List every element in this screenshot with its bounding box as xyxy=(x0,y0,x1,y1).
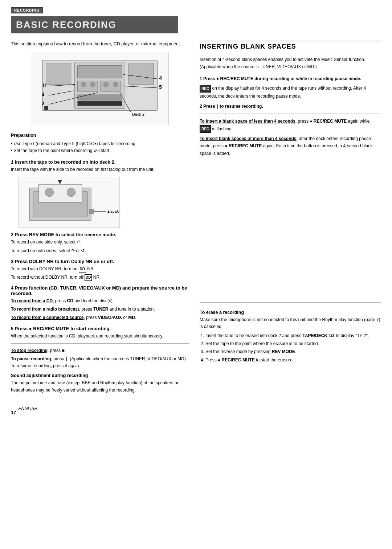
step-3-line2: To record without DOLBY NR, turn off DD … xyxy=(11,274,189,281)
right-step-1-heading: 1 Press ● REC/REC MUTE during recording … xyxy=(200,75,381,82)
intro-text: This section explains how to record from… xyxy=(11,41,189,48)
erase-step-1: Insert the tape to be erased into deck 2… xyxy=(205,332,381,339)
svg-rect-4 xyxy=(78,65,122,78)
svg-rect-2 xyxy=(128,63,154,84)
svg-rect-12 xyxy=(78,101,122,106)
step-4-line2: To record from a radio broadcast, press … xyxy=(11,306,189,313)
svg-text:3: 3 xyxy=(42,91,45,97)
svg-point-6 xyxy=(81,82,86,87)
erase-step-3: Set the reverse mode by pressing REV MOD… xyxy=(205,348,381,355)
english-label: ENGLISH xyxy=(18,406,37,411)
divider-1 xyxy=(11,343,189,344)
svg-point-10 xyxy=(113,82,118,87)
svg-text:II: II xyxy=(43,82,46,88)
svg-marker-31 xyxy=(58,180,62,184)
pause-recording-text: To pause recording, press ‖. (Applicable… xyxy=(11,356,189,369)
right-column: INSERTING BLANK SPACES Insertion of 4-se… xyxy=(200,41,381,395)
sound-adjustment-text: The output volume and tone (except BBE a… xyxy=(11,380,189,393)
svg-text:▲EJECT: ▲EJECT xyxy=(107,209,120,213)
svg-text:Deck 2: Deck 2 xyxy=(132,112,144,116)
step-3-line1: To record with DOLBY NR, turn on DD NR. xyxy=(11,266,189,273)
erase-section: To erase a recording Make sure the micro… xyxy=(200,302,381,364)
step-5-text: When the selected function is CD, playba… xyxy=(11,333,189,340)
erase-step-4: Press ● REC/REC MUTE to start the erasur… xyxy=(205,356,381,364)
page-number: 17 xyxy=(11,410,16,415)
recording-badge: RECORDING xyxy=(11,7,43,13)
svg-point-9 xyxy=(103,82,109,87)
preparation-section: Preparation • Use Type I (normal) and Ty… xyxy=(11,132,189,154)
divider-right-1 xyxy=(200,114,381,114)
step-2-line1: To record on one side only, select ↶. xyxy=(11,239,189,246)
svg-point-29 xyxy=(45,188,54,197)
eject-diagram: ▲EJECT xyxy=(18,177,120,228)
right-col-body: Insertion of 4-second blank spaces enabl… xyxy=(200,56,381,157)
erase-step-2: Set the tape to the point where the eras… xyxy=(205,340,381,347)
svg-text:2: 2 xyxy=(42,100,45,106)
left-column: This section explains how to record from… xyxy=(11,41,189,395)
svg-rect-25 xyxy=(45,106,48,110)
step-2-line2: To record on both sides, select ↷ or ↺. xyxy=(11,247,189,254)
prep-title: Preparation xyxy=(11,132,189,139)
step-2-heading: 2 Press REV MODE to select the reverse m… xyxy=(11,232,189,237)
more-than-note: To insert blank spaces of more than 4 se… xyxy=(200,135,381,157)
prep-bullet-1: • Use Type I (normal) and Type II (high/… xyxy=(11,140,189,147)
svg-text:5: 5 xyxy=(159,84,162,90)
svg-point-30 xyxy=(67,188,75,197)
step-4-heading: 4 Press function (CD, TUNER, VIDEO/AUX o… xyxy=(11,285,189,296)
step-4-line3: To record from a connected source, press… xyxy=(11,314,189,321)
svg-rect-11 xyxy=(78,95,122,100)
step-1-heading: 1 Insert the tape to be recorded on into… xyxy=(11,159,189,165)
step-4-line1: To record from a CD, press CD and load t… xyxy=(11,298,189,304)
step-1-text: Insert the tape with the side to be reco… xyxy=(11,166,189,173)
svg-rect-1 xyxy=(46,63,71,84)
step-5-heading: 5 Press ● REC/REC MUTE to start recordin… xyxy=(11,326,189,331)
step-3-heading: 3 Press DOLBY NR to turn Dolby NR on or … xyxy=(11,259,189,264)
right-step-1-body: REC on the display flashes for 4 seconds… xyxy=(200,85,381,100)
inserting-blank-spaces-heading: INSERTING BLANK SPACES xyxy=(200,41,381,52)
main-title: BASIC RECORDING xyxy=(11,16,178,33)
erase-intro: Make sure the microphone is not connecte… xyxy=(200,316,381,330)
svg-point-7 xyxy=(90,82,95,87)
erase-list: Insert the tape to be erased into deck 2… xyxy=(205,332,381,364)
prep-bullet-2: • Set the tape to the point where record… xyxy=(11,147,189,154)
stop-recording-text: To stop recording, press ■. xyxy=(11,347,189,354)
sound-adjustment-heading: Sound adjustment during recording xyxy=(11,373,189,378)
stereo-diagram: II 3 2 4 5 Deck 2 xyxy=(31,53,169,125)
erase-heading: To erase a recording xyxy=(200,310,381,315)
svg-rect-28 xyxy=(38,184,82,202)
svg-rect-34 xyxy=(89,209,94,214)
svg-text:4: 4 xyxy=(159,75,162,81)
right-step-2-heading: 2 Press ‖ to resume recording. xyxy=(200,103,381,110)
blank-spaces-intro: Insertion of 4-second blank spaces enabl… xyxy=(200,56,381,71)
page-footer: 17 ENGLISH xyxy=(11,402,381,415)
less-than-note: To insert a blank space of less than 4 s… xyxy=(200,118,381,133)
